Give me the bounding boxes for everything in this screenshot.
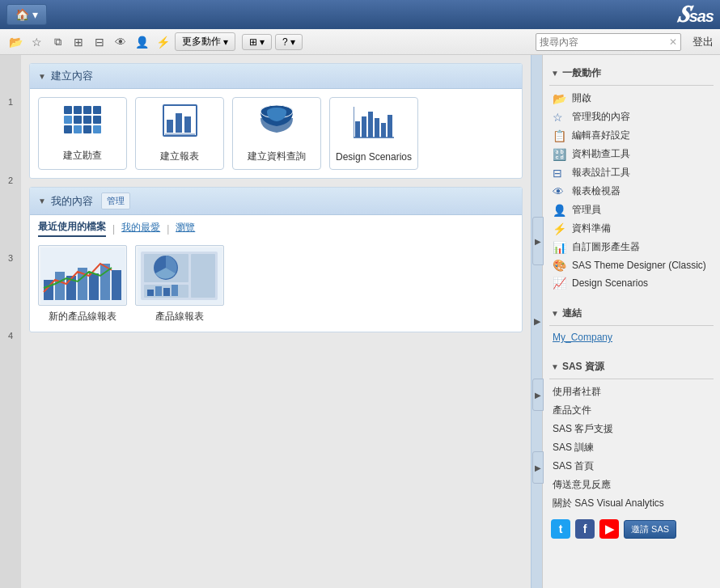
action-report-designer-label: 報表設計工具 — [572, 166, 630, 180]
toolbar: 📂 ☆ ⧉ ⊞ ⊟ 👁 👤 ⚡ 更多動作 ▾ ⊞ ▾ ? ▾ ✕ 登出 — [0, 29, 720, 55]
svg-rect-45 — [172, 285, 178, 296]
link-my-company[interactable]: My_Company — [543, 329, 720, 345]
resource-customer-support[interactable]: SAS 客戶支援 — [543, 420, 720, 438]
links-header: ▼ 連結 — [543, 302, 720, 324]
action-manage-content[interactable]: ☆ 管理我的內容 — [543, 108, 720, 126]
graph-gen-icon: 📊 — [553, 241, 567, 254]
svg-rect-23 — [375, 118, 379, 137]
file-thumb-2 — [135, 245, 224, 306]
create-content-header: ▼ 建立內容 — [30, 64, 522, 89]
data-explore-icon: 🔡 — [553, 148, 567, 161]
action-admin[interactable]: 👤 管理員 — [543, 201, 720, 219]
tab-favorites-link[interactable]: 我的最愛 — [121, 222, 160, 233]
explore-tile-icon — [62, 104, 103, 144]
search-box[interactable]: ✕ — [536, 33, 681, 51]
tab-recent-files[interactable]: 最近使用的檔案 — [38, 220, 106, 237]
action-design-scenarios-label: Design Scenarios — [572, 277, 648, 289]
search-input[interactable] — [540, 36, 669, 48]
svg-rect-15 — [184, 116, 191, 133]
tab-browse-link[interactable]: 瀏覽 — [176, 222, 195, 233]
action-theme-designer[interactable]: 🎨 SAS Theme Designer (Classic) — [543, 256, 720, 274]
logout-button[interactable]: 登出 — [692, 35, 714, 49]
invite-sas-button[interactable]: 邀請 SAS — [624, 520, 676, 539]
sas-resources-collapse[interactable]: ▼ — [551, 362, 559, 371]
clear-search-icon[interactable]: ✕ — [669, 36, 677, 48]
file-label-2: 產品線報表 — [155, 310, 204, 324]
action-data-explore[interactable]: 🔡 資料勘查工具 — [543, 145, 720, 163]
svg-rect-13 — [167, 120, 173, 133]
right-sidebar-collapse-handle[interactable]: ▶ — [531, 55, 542, 588]
section-7-collapse-handle[interactable]: ▶ — [542, 451, 544, 484]
svg-rect-8 — [64, 125, 72, 133]
action-manage-content-label: 管理我的內容 — [572, 110, 630, 124]
twitter-icon[interactable]: t — [551, 519, 570, 539]
my-content-manage-button[interactable]: 管理 — [101, 192, 130, 209]
general-actions-section: ▼ 一般動作 📂 開啟 ☆ 管理我的內容 📋 編輯喜好設定 🔡 — [543, 61, 720, 292]
open-folder-icon[interactable]: 📂 — [6, 33, 24, 51]
sas-resources-title: SAS 資源 — [562, 360, 604, 374]
content-area: ▼ 建立內容 — [21, 55, 720, 588]
my-content-section: ▼ 我的內容 管理 最近使用的檔案 | 我的最愛 | 瀏覽 — [29, 187, 523, 332]
action-design-scenarios[interactable]: 📈 Design Scenarios — [543, 274, 720, 292]
action-report-viewer[interactable]: 👁 報表檢視器 — [543, 182, 720, 201]
home-button[interactable]: 🏠 ▾ — [6, 4, 47, 25]
svg-rect-22 — [368, 112, 373, 137]
resource-training[interactable]: SAS 訓練 — [543, 438, 720, 457]
links-divider — [549, 325, 714, 326]
view-grid-icon: ⊞ — [249, 36, 257, 48]
general-actions-collapse[interactable]: ▼ — [551, 69, 559, 78]
social-bar: t f ▶ 邀請 SAS — [543, 513, 720, 545]
homepage-label: SAS 首頁 — [553, 459, 594, 473]
preview-icon[interactable]: 👁 — [112, 33, 129, 51]
create-report-tile[interactable]: 建立報表 — [135, 97, 224, 170]
view-icon[interactable]: ⊟ — [91, 33, 108, 51]
help-button[interactable]: ? ▾ — [275, 34, 303, 50]
sidebar-gap-2 — [543, 345, 720, 355]
section-5-collapse-handle[interactable]: ▶ — [542, 217, 544, 265]
svg-rect-21 — [362, 116, 366, 137]
youtube-icon[interactable]: ▶ — [599, 519, 619, 539]
view-options-button[interactable]: ⊞ ▾ — [242, 34, 272, 50]
right-sidebar: ▼ 一般動作 📂 開啟 ☆ 管理我的內容 📋 編輯喜好設定 🔡 — [542, 55, 720, 588]
data-icon[interactable]: ⚡ — [154, 33, 172, 51]
file-tile-1[interactable]: 新的產品線報表 — [38, 245, 127, 324]
links-section: ▼ 連結 My_Company — [543, 302, 720, 345]
help-icon: ? — [282, 36, 288, 48]
action-graph-gen[interactable]: 📊 自訂圖形產生器 — [543, 238, 720, 256]
resource-about[interactable]: 關於 SAS Visual Analytics — [543, 494, 720, 513]
tab-favorites[interactable]: 我的最愛 — [121, 221, 160, 236]
clipboard-icon[interactable]: ⧉ — [49, 33, 66, 51]
create-scenario-label: Design Scenarios — [336, 151, 412, 163]
action-preferences-label: 編輯喜好設定 — [572, 129, 630, 142]
right-collapse-icon: ▶ — [534, 316, 540, 327]
section-6-collapse-handle[interactable]: ▶ — [542, 379, 544, 411]
create-explore-tile[interactable]: 建立勘查 — [38, 97, 127, 170]
resource-homepage[interactable]: SAS 首頁 — [543, 457, 720, 476]
tab-browse[interactable]: 瀏覽 — [176, 221, 195, 236]
about-label: 關於 SAS Visual Analytics — [553, 497, 664, 510]
action-open[interactable]: 📂 開啟 — [543, 89, 720, 108]
action-report-designer[interactable]: ⊟ 報表設計工具 — [543, 163, 720, 182]
create-content-collapse-icon[interactable]: ▼ — [38, 72, 46, 81]
grid-icon[interactable]: ⊞ — [70, 33, 87, 51]
svg-rect-3 — [93, 106, 101, 114]
action-preferences[interactable]: 📋 編輯喜好設定 — [543, 126, 720, 145]
sas-logo-s: 𝑺 — [677, 2, 689, 27]
action-admin-label: 管理員 — [572, 203, 601, 217]
resource-user-community[interactable]: 使用者社群 — [543, 383, 720, 401]
facebook-icon[interactable]: f — [575, 519, 595, 539]
svg-rect-40 — [191, 254, 215, 298]
resource-product-docs[interactable]: 產品文件 — [543, 401, 720, 420]
file-tile-2[interactable]: 產品線報表 — [135, 245, 224, 324]
links-collapse[interactable]: ▼ — [551, 309, 559, 318]
action-data-prep[interactable]: ⚡ 資料準備 — [543, 219, 720, 238]
resource-feedback[interactable]: 傳送意見反應 — [543, 476, 720, 494]
create-query-tile[interactable]: 建立資料查詢 — [232, 97, 321, 170]
my-company-label: My_Company — [553, 332, 612, 343]
more-actions-button[interactable]: 更多動作 ▾ — [175, 32, 235, 51]
my-content-collapse-icon[interactable]: ▼ — [38, 197, 46, 205]
create-scenario-tile[interactable]: Design Scenarios — [329, 97, 418, 170]
favorites-icon[interactable]: ☆ — [28, 33, 45, 51]
user-icon[interactable]: 👤 — [133, 33, 150, 51]
svg-rect-0 — [64, 106, 72, 114]
